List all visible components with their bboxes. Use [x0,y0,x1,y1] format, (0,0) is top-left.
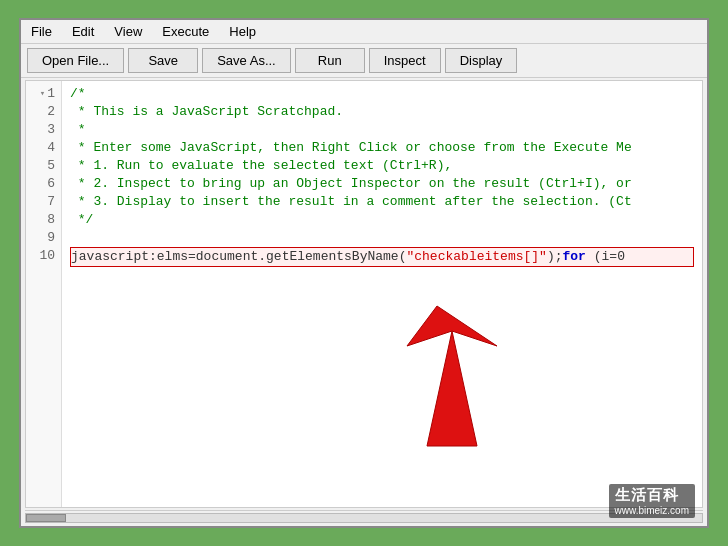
menu-execute[interactable]: Execute [158,22,213,41]
display-button[interactable]: Display [445,48,518,73]
save-button[interactable]: Save [128,48,198,73]
save-as-button[interactable]: Save As... [202,48,291,73]
menu-edit[interactable]: Edit [68,22,98,41]
open-file-button[interactable]: Open File... [27,48,124,73]
watermark: 生活百科 www.bimeiz.com [609,484,695,518]
horizontal-scrollbar[interactable] [25,510,703,524]
code-line-5: * 1. Run to evaluate the selected text (… [70,157,694,175]
main-window: File Edit View Execute Help Open File...… [19,18,709,528]
code-line-3: * [70,121,694,139]
code-line-2: * This is a JavaScript Scratchpad. [70,103,694,121]
code-line-4: * Enter some JavaScript, then Right Clic… [70,139,694,157]
scrollbar-thumb[interactable] [26,514,66,522]
watermark-chinese: 生活百科 [615,486,689,505]
menu-view[interactable]: View [110,22,146,41]
menu-help[interactable]: Help [225,22,260,41]
code-line-7: * 3. Display to insert the result in a c… [70,193,694,211]
code-line-10: javascript:elms=document.getElementsByNa… [70,247,694,267]
code-content[interactable]: /* * This is a JavaScript Scratchpad. * … [62,81,702,507]
code-line-9 [70,229,694,247]
inspect-button[interactable]: Inspect [369,48,441,73]
watermark-url: www.bimeiz.com [615,505,689,516]
menu-bar: File Edit View Execute Help [21,20,707,44]
editor-area[interactable]: ▾1 2 3 4 5 6 7 8 9 10 /* * This is a Jav… [25,80,703,508]
code-line-1: /* [70,85,694,103]
run-button[interactable]: Run [295,48,365,73]
scrollbar-track[interactable] [25,513,703,523]
toolbar: Open File... Save Save As... Run Inspect… [21,44,707,78]
code-line-8: */ [70,211,694,229]
menu-file[interactable]: File [27,22,56,41]
line-numbers: ▾1 2 3 4 5 6 7 8 9 10 [26,81,62,507]
code-line-6: * 2. Inspect to bring up an Object Inspe… [70,175,694,193]
